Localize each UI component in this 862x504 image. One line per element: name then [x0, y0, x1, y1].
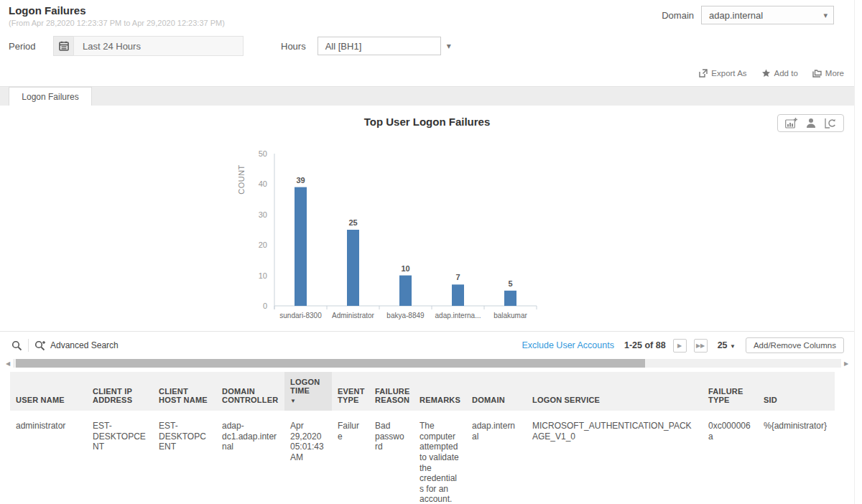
svg-text:50: 50	[259, 149, 267, 158]
bar-adap.interna...[interactable]	[452, 284, 464, 306]
svg-text:40: 40	[259, 179, 267, 188]
export-as-button[interactable]: Export As	[699, 69, 746, 78]
svg-text:25: 25	[348, 218, 357, 227]
cell: The computer attempted to validate the c…	[414, 411, 466, 504]
column-header-client-ip-address[interactable]: CLIENT IP ADDRESS	[87, 372, 153, 411]
add-to-label: Add to	[774, 69, 798, 78]
star-icon	[761, 69, 771, 78]
advanced-search-button[interactable]: Advanced Search	[34, 340, 119, 351]
divider	[28, 339, 29, 352]
column-header-logon-service[interactable]: LOGON SERVICE	[527, 372, 703, 411]
svg-text:7: 7	[455, 273, 460, 281]
svg-text:adap.interna...: adap.interna...	[435, 312, 481, 319]
last-page-button[interactable]: ▶▶	[694, 339, 708, 353]
cell: EST-DESKTOPCENT	[153, 411, 216, 504]
add-remove-columns-button[interactable]: Add/Remove Columns	[746, 337, 844, 353]
column-header-failure-reason[interactable]: FAILURE REASON	[369, 372, 414, 411]
grid-controls: Advanced Search Exclude User Accounts 1-…	[0, 332, 854, 358]
bar-bakya-8849[interactable]	[399, 276, 412, 306]
svg-text:30: 30	[259, 210, 267, 219]
add-to-button[interactable]: Add to	[761, 69, 798, 78]
cell: administrator	[10, 411, 87, 504]
column-header-domain[interactable]: DOMAIN	[466, 372, 527, 411]
hours-select-value: All [BH1]	[325, 41, 362, 52]
refresh-chart-icon[interactable]	[825, 118, 836, 129]
grid-right-controls: Exclude User Accounts 1-25 of 88 ▶ ▶▶ 25…	[522, 337, 844, 353]
search-button[interactable]	[10, 340, 28, 351]
svg-text:sundari-8300: sundari-8300	[279, 312, 322, 319]
chart-title: Top User Logon Failures	[0, 106, 854, 128]
chevron-down-icon: ▾	[823, 11, 828, 20]
chart-panel: Top User Logon Failures COUNT01020304050…	[0, 106, 854, 332]
svg-text:20: 20	[259, 241, 267, 249]
svg-text:bakya-8849: bakya-8849	[386, 312, 425, 319]
cell: Bad password	[369, 411, 414, 504]
horizontal-scrollbar: ◀ ▶	[0, 358, 854, 370]
svg-text:Administrator: Administrator	[332, 312, 375, 319]
domain-select[interactable]: adap.internal ▾	[701, 6, 834, 24]
tab-logon-failures[interactable]: Logon Failures	[9, 87, 92, 106]
cell: Failure	[332, 411, 369, 504]
report-actions: Export As Add to More	[0, 60, 854, 82]
filter-row: Period Last 24 Hours Hours All [BH1] ▾	[0, 29, 854, 60]
more-label: More	[825, 69, 844, 78]
cell: Apr 29,2020 05:01:43 AM	[284, 411, 332, 504]
search-icon	[11, 340, 22, 351]
chevron-down-icon[interactable]: ▾	[447, 41, 451, 51]
bar-Administrator[interactable]	[347, 230, 359, 306]
logon-failures-table: USER NAMECLIENT IP ADDRESSCLIENT HOST NA…	[10, 372, 835, 504]
domain-selector: Domain adap.internal ▾	[662, 6, 834, 24]
add-chart-icon[interactable]	[785, 118, 797, 129]
cell: adap.internal	[466, 411, 527, 504]
svg-text:39: 39	[296, 176, 305, 185]
scrollbar-track[interactable]	[13, 359, 841, 368]
bar-balakumar[interactable]	[504, 291, 516, 306]
period-value: Last 24 Hours	[83, 41, 141, 52]
tab-bar: Logon Failures	[0, 86, 854, 106]
svg-text:10: 10	[401, 264, 409, 273]
y-axis-label: COUNT	[237, 164, 246, 195]
cell: EST-DESKTOPCENT	[87, 411, 153, 504]
column-header-sid[interactable]: SID	[758, 372, 835, 411]
cell: 0xc000006a	[703, 411, 758, 504]
column-header-domain-controller[interactable]: DOMAIN CONTROLLER	[216, 372, 284, 411]
domain-label: Domain	[662, 10, 694, 21]
bar-chart: COUNT0102030405039sundari-830025Administ…	[231, 129, 854, 324]
svg-text:10: 10	[259, 271, 267, 280]
cell: MICROSOFT_AUTHENTICATION_PACKAGE_V1_0	[527, 411, 703, 504]
page-size-value: 25	[718, 340, 728, 350]
bar-sundari-8300[interactable]	[295, 187, 307, 306]
table-header-row: USER NAMECLIENT IP ADDRESSCLIENT HOST NA…	[10, 372, 835, 411]
hours-select[interactable]: All [BH1]	[318, 37, 441, 55]
column-header-client-host-name[interactable]: CLIENT HOST NAME	[153, 372, 216, 411]
calendar-button[interactable]	[53, 36, 73, 56]
export-as-label: Export As	[711, 69, 746, 78]
calendar-icon	[59, 41, 69, 51]
more-button[interactable]: More	[812, 69, 844, 78]
exclude-user-accounts-link[interactable]: Exclude User Accounts	[522, 340, 614, 350]
scroll-left-arrow[interactable]: ◀	[3, 360, 13, 367]
page-size-dropdown[interactable]: 25 ▼	[718, 340, 736, 350]
next-page-button[interactable]: ▶	[673, 339, 687, 353]
search-plus-icon	[34, 340, 46, 351]
export-icon	[699, 69, 708, 78]
svg-text:balakumar: balakumar	[493, 312, 527, 319]
pagination-info: 1-25 of 88	[624, 340, 666, 350]
folder-more-icon	[812, 70, 822, 78]
column-header-event-type[interactable]: EVENT TYPE	[332, 372, 369, 411]
caret-down-icon: ▼	[730, 343, 736, 350]
sort-desc-icon: ▼	[290, 398, 328, 404]
scrollbar-thumb[interactable]	[16, 359, 645, 368]
cell: %{administrator}	[758, 411, 835, 504]
column-header-failure-type[interactable]: FAILURE TYPE	[703, 372, 758, 411]
report-page: Logon Failures (From Apr 28,2020 12:23:3…	[0, 0, 855, 504]
table-row[interactable]: administratorEST-DESKTOPCENTEST-DESKTOPC…	[10, 411, 835, 504]
scroll-right-arrow[interactable]: ▶	[841, 360, 851, 367]
user-icon[interactable]	[806, 118, 816, 129]
column-header-user-name[interactable]: USER NAME	[10, 372, 87, 411]
period-label: Period	[9, 41, 53, 52]
column-header-logon-time[interactable]: LOGON TIME▼	[284, 372, 332, 411]
period-input[interactable]: Last 24 Hours	[73, 36, 244, 56]
svg-text:5: 5	[508, 279, 512, 288]
column-header-remarks[interactable]: REMARKS	[414, 372, 466, 411]
